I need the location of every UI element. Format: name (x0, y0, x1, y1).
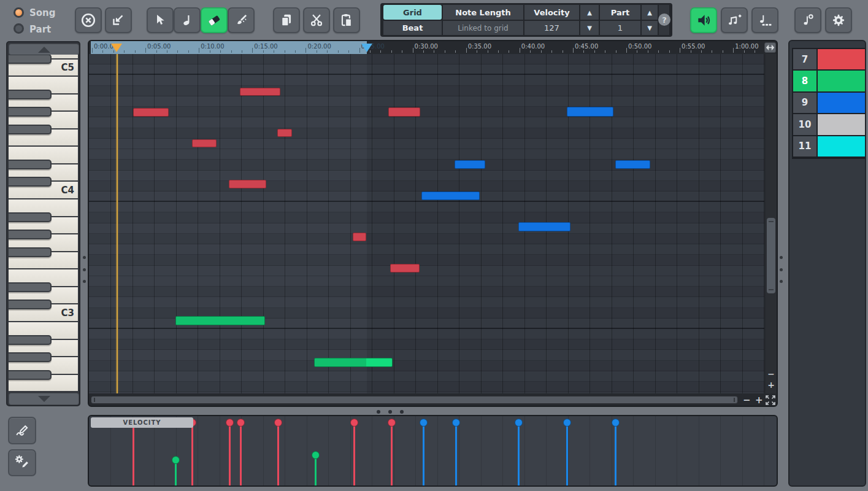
grid-value-cell[interactable]: Beat (383, 21, 442, 35)
midi-note[interactable] (175, 316, 265, 325)
step-record-button[interactable] (751, 7, 778, 33)
song-radio[interactable] (13, 7, 24, 18)
velocity-dot[interactable] (515, 419, 523, 427)
settings-button[interactable] (825, 7, 852, 33)
note-tool-button[interactable] (174, 7, 201, 33)
velocity-stem[interactable] (455, 422, 457, 485)
velocity-stem[interactable] (240, 422, 242, 485)
octave-up-button[interactable] (9, 44, 79, 55)
part-header[interactable]: Part (600, 5, 640, 20)
midi-note[interactable] (353, 233, 366, 241)
midi-note[interactable] (518, 222, 570, 231)
velocity-dot[interactable] (420, 419, 428, 427)
channel-number[interactable]: 10 (793, 114, 816, 134)
channel-row[interactable]: 7 (793, 49, 864, 69)
piano-key-black[interactable] (9, 55, 52, 64)
velocity-stem[interactable] (191, 422, 193, 485)
note-length-header[interactable]: Note Length (443, 5, 523, 20)
channel-color-swatch[interactable] (818, 93, 865, 113)
velocity-up-button[interactable]: ▲ (580, 5, 599, 20)
channel-color-swatch[interactable] (818, 114, 865, 134)
velocity-dot[interactable] (452, 419, 460, 427)
channel-color-swatch[interactable] (818, 49, 865, 69)
midi-note[interactable] (455, 160, 485, 169)
piano-key-black[interactable] (9, 212, 52, 222)
playhead-marker[interactable] (111, 44, 122, 52)
playhead-line[interactable] (117, 54, 118, 393)
page-dot-2[interactable] (388, 410, 392, 414)
velocity-stem[interactable] (423, 422, 424, 485)
piano-key-black[interactable] (9, 177, 52, 187)
velocity-dot[interactable] (237, 419, 245, 427)
clear-button[interactable] (75, 7, 102, 33)
octave-down-button[interactable] (9, 393, 79, 405)
expand-view-button[interactable] (765, 395, 776, 407)
velocity-down-button[interactable]: ▼ (580, 21, 599, 35)
page-dot-1[interactable] (377, 410, 380, 414)
velocity-value[interactable]: 127 (524, 21, 579, 35)
channel-row[interactable]: 8 (793, 71, 864, 91)
piano-key-black[interactable] (9, 125, 52, 134)
piano-key-black[interactable] (9, 160, 52, 169)
velocity-stem[interactable] (391, 422, 393, 485)
piano-key-black[interactable] (9, 247, 52, 257)
velocity-stem[interactable] (277, 422, 279, 485)
midi-note[interactable] (567, 107, 613, 117)
midi-note[interactable] (390, 264, 420, 273)
piano-keyboard[interactable]: C5C4C3 (9, 55, 78, 392)
midi-note[interactable] (133, 108, 169, 117)
vertical-zoom-in-button[interactable]: + (766, 380, 777, 390)
paste-button[interactable] (333, 7, 360, 33)
draw-automation-button[interactable] (8, 417, 36, 444)
import-button[interactable] (105, 7, 132, 33)
channel-number[interactable]: 8 (793, 71, 816, 91)
midi-note[interactable] (240, 88, 280, 96)
piano-key-black[interactable] (9, 282, 52, 292)
velocity-dot[interactable] (274, 419, 282, 427)
velocity-dot[interactable] (612, 419, 620, 427)
velocity-stem[interactable] (133, 422, 134, 485)
vertical-scrollbar-thumb[interactable] (767, 218, 775, 293)
midi-note[interactable] (314, 358, 393, 367)
velocity-stem[interactable] (315, 455, 317, 485)
part-value[interactable]: 1 (600, 21, 640, 35)
velocity-lane[interactable]: VELOCITY (88, 415, 778, 487)
velocity-header[interactable]: Velocity (524, 5, 579, 20)
velocity-stem[interactable] (229, 422, 231, 485)
channel-number[interactable]: 7 (793, 49, 816, 69)
piano-key-black[interactable] (9, 335, 52, 345)
brush-tool-button[interactable] (228, 7, 255, 33)
preview-sound-button[interactable] (690, 7, 717, 33)
velocity-dot[interactable] (312, 451, 320, 459)
channel-row[interactable]: 9 (793, 93, 864, 113)
part-up-button[interactable]: ▲ (642, 5, 658, 20)
channel-color-swatch[interactable] (818, 71, 865, 91)
midi-note[interactable] (192, 139, 217, 147)
horizontal-zoom-in-button[interactable]: + (755, 395, 763, 406)
channel-row[interactable]: 10 (793, 114, 864, 134)
vertical-zoom-out-button[interactable]: − (766, 369, 777, 379)
piano-key-black[interactable] (9, 90, 52, 99)
channel-number[interactable]: 9 (793, 93, 816, 113)
note-add-button[interactable] (721, 7, 748, 33)
channel-row[interactable]: 11 (793, 136, 864, 157)
velocity-dot[interactable] (172, 456, 180, 464)
velocity-stem[interactable] (566, 422, 568, 485)
page-dot-3[interactable] (400, 410, 404, 414)
cut-button[interactable] (303, 7, 330, 33)
horizontal-zoom-out-button[interactable]: − (743, 395, 751, 406)
horizontal-scrollbar[interactable] (91, 396, 738, 404)
midi-note[interactable] (277, 129, 292, 137)
channel-number[interactable]: 11 (793, 136, 816, 157)
note-options-button[interactable] (794, 7, 821, 33)
velocity-stem[interactable] (518, 422, 520, 485)
ruler-resize-button[interactable] (764, 42, 776, 53)
time-ruler[interactable]: 0:00.000:05.000:10.000:15.000:20.000:25.… (89, 41, 777, 54)
part-radio[interactable] (13, 23, 24, 34)
velocity-dot[interactable] (388, 419, 396, 427)
velocity-dot[interactable] (350, 419, 358, 427)
midi-note[interactable] (615, 160, 650, 169)
grid-mode-button[interactable]: Grid (383, 5, 442, 20)
piano-key-black[interactable] (9, 370, 52, 380)
vertical-scrollbar[interactable]: − + (766, 54, 777, 393)
